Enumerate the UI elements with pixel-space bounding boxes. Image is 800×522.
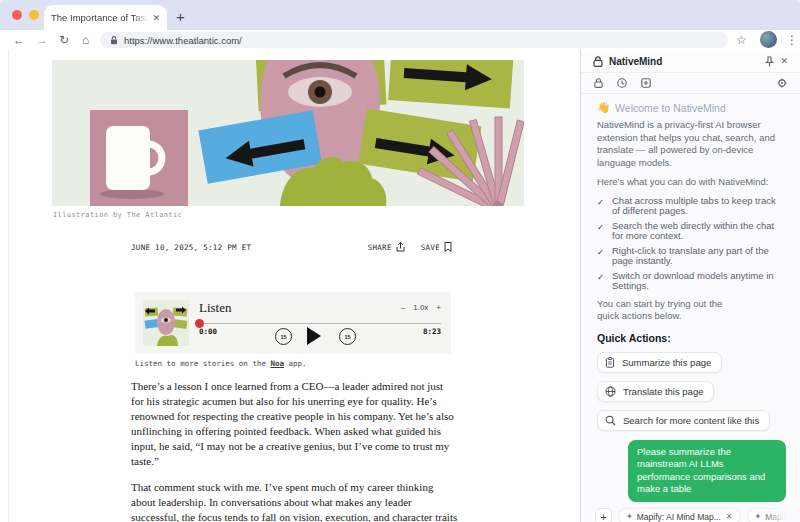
attachment-chips-row: + ✦ Mapify: AI Mind Map... ✕ ✦ Mapify: A… <box>595 508 786 522</box>
speed-up-button[interactable]: + <box>436 303 441 312</box>
nativemind-logo-icon <box>593 56 603 67</box>
skip-forward-15-button[interactable]: 15 <box>339 328 356 345</box>
attachment-chip[interactable]: ✦ Mapify: AI Mi <box>747 508 787 522</box>
check-icon: ✓ <box>597 221 605 242</box>
sparkle-icon: ✦ <box>755 512 762 521</box>
bookmark-icon <box>444 242 452 252</box>
save-button[interactable]: SAVE <box>421 242 452 252</box>
url-bar[interactable]: https://www.theatlantic.com/ <box>100 32 728 48</box>
bookmark-star-icon[interactable]: ☆ <box>736 32 747 48</box>
translate-icon <box>605 386 616 397</box>
noa-promo-line: Listen to more stories on the Noa app. <box>135 359 307 368</box>
settings-gear-icon[interactable] <box>777 78 787 88</box>
search-similar-button[interactable]: Search for more content like this <box>597 410 770 431</box>
article-page: Illustration by The Atlantic JUNE 10, 20… <box>0 50 580 522</box>
address-bar: ← → ↻ ⌂ https://www.theatlantic.com/ ☆ ⋮ <box>0 30 800 50</box>
illustration-caption: Illustration by The Atlantic <box>53 211 182 219</box>
url-text: https://www.theatlantic.com/ <box>124 35 242 46</box>
back-icon[interactable]: ← <box>13 32 25 48</box>
new-chat-icon[interactable] <box>641 78 651 88</box>
article-body: There’s a lesson I once learned from a C… <box>131 379 458 522</box>
list-item: ✓ Switch or download models anytime in S… <box>597 271 786 292</box>
skip-back-15-button[interactable]: 15 <box>275 328 292 345</box>
sparkle-icon: ✦ <box>626 512 633 521</box>
check-icon: ✓ <box>597 246 605 267</box>
summarize-page-button[interactable]: Summarize this page <box>597 352 722 373</box>
list-item: ✓ Right-click to translate any part of t… <box>597 246 786 267</box>
clipboard-icon <box>605 357 615 368</box>
sidebar-toolbar <box>581 73 800 94</box>
reload-icon[interactable]: ↻ <box>59 32 69 48</box>
pin-icon[interactable] <box>765 56 774 67</box>
search-icon <box>605 415 616 426</box>
feature-list: ✓ Chat across multiple tabs to keep trac… <box>597 192 786 292</box>
speed-down-button[interactable]: – <box>401 303 405 312</box>
nativemind-sidebar: NativeMind ✕ 👋 Welcome to NativeM <box>580 50 800 522</box>
article-meta: JUNE 10, 2025, 5:12 PM ET SHARE SAVE <box>131 242 452 252</box>
profile-avatar[interactable] <box>760 31 777 48</box>
audio-thumbnail <box>143 300 189 346</box>
attachment-chip[interactable]: ✦ Mapify: AI Mind Map... ✕ <box>618 508 741 522</box>
browser-window: The Importance of Taste in th ✕ + ← → ↻ … <box>0 0 800 522</box>
player-title: Listen <box>199 300 232 316</box>
sidebar-chat-area: 👋 Welcome to NativeMind NativeMind is a … <box>581 94 800 522</box>
article-paragraph: There’s a lesson I once learned from a C… <box>131 379 458 469</box>
capabilities-intro: Here’s what you can do with NativeMind: <box>597 176 787 189</box>
list-item: ✓ Chat across multiple tabs to keep trac… <box>597 196 786 217</box>
home-icon[interactable]: ⌂ <box>82 32 89 48</box>
elapsed-time: 0:00 <box>199 327 217 336</box>
progress-bar[interactable] <box>199 323 441 324</box>
add-attachment-button[interactable]: + <box>595 508 612 522</box>
noa-app-link[interactable]: Noa <box>270 359 284 368</box>
quick-actions-hint: You can start by trying out the quick ac… <box>597 298 747 323</box>
check-icon: ✓ <box>597 196 605 217</box>
audio-player: Listen – 1.0x + 0:00 8:23 15 15 <box>135 292 451 354</box>
new-tab-button[interactable]: + <box>176 7 185 27</box>
playback-speed-control: – 1.0x + <box>401 303 441 312</box>
article-paragraph: That comment stuck with me. I’ve spent m… <box>131 480 458 522</box>
tab-title: The Importance of Taste in th <box>51 12 148 23</box>
close-window-button[interactable] <box>12 10 22 20</box>
article-dateline: JUNE 10, 2025, 5:12 PM ET <box>131 243 251 252</box>
page-edge <box>8 50 9 522</box>
private-chat-icon[interactable] <box>594 78 603 88</box>
menu-kebab-icon[interactable]: ⋮ <box>786 32 798 48</box>
wave-emoji-icon: 👋 <box>597 101 610 114</box>
sidebar-header: NativeMind ✕ <box>581 50 800 73</box>
translate-page-button[interactable]: Translate this page <box>597 381 714 402</box>
minimize-window-button[interactable] <box>29 10 39 20</box>
welcome-heading: 👋 Welcome to NativeMind <box>597 101 786 114</box>
speed-value: 1.0x <box>413 303 428 312</box>
share-icon <box>396 242 405 252</box>
user-message-bubble: Please summarize the mainstream AI LLMs … <box>628 440 786 502</box>
chip-close-icon[interactable]: ✕ <box>726 512 733 521</box>
intro-text: NativeMind is a privacy-first AI browser… <box>597 119 787 169</box>
lock-icon <box>110 36 118 45</box>
browser-tab[interactable]: The Importance of Taste in th ✕ <box>44 5 167 30</box>
duration-time: 8:23 <box>423 327 441 336</box>
sidebar-close-icon[interactable]: ✕ <box>780 56 788 66</box>
check-icon: ✓ <box>597 271 605 292</box>
tab-close-icon[interactable]: ✕ <box>152 13 160 23</box>
hero-illustration <box>52 60 524 206</box>
share-button[interactable]: SHARE <box>368 242 405 252</box>
tab-strip: The Importance of Taste in th ✕ + <box>0 0 800 30</box>
sidebar-title: NativeMind <box>609 56 662 67</box>
forward-icon[interactable]: → <box>36 32 48 48</box>
quick-actions-label: Quick Actions: <box>597 332 786 344</box>
play-button[interactable] <box>307 327 321 345</box>
list-item: ✓ Search the web directly within the cha… <box>597 221 786 242</box>
history-clock-icon[interactable] <box>617 78 627 88</box>
